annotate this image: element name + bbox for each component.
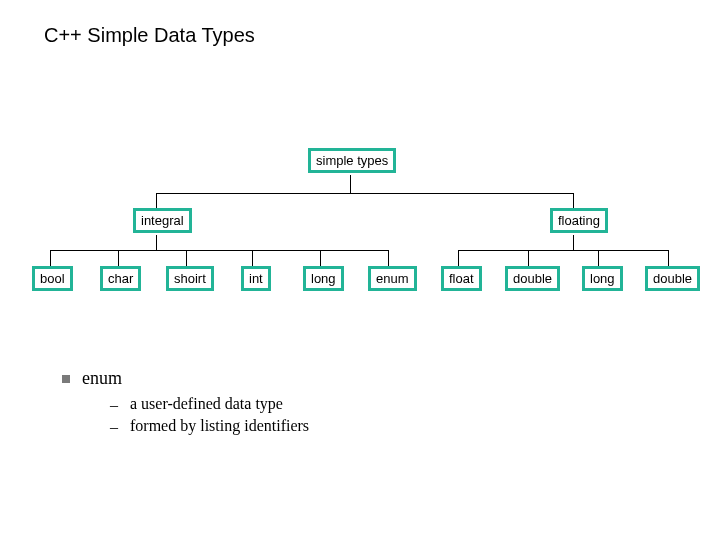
bullet-list: enum – a user-defined data type – formed… bbox=[62, 368, 309, 439]
leaf-label: int bbox=[244, 269, 268, 288]
node-leaf: long bbox=[303, 266, 344, 291]
line bbox=[528, 250, 529, 266]
leaf-label: long bbox=[306, 269, 341, 288]
leaf-label: shoirt bbox=[169, 269, 211, 288]
bullet-l1-text: enum bbox=[82, 368, 122, 389]
type-tree-diagram: simple types integral floating bool char… bbox=[28, 148, 692, 308]
leaf-label: double bbox=[508, 269, 557, 288]
dash-bullet-icon: – bbox=[110, 417, 118, 437]
leaf-label: bool bbox=[35, 269, 70, 288]
line bbox=[252, 250, 253, 266]
node-root: simple types bbox=[308, 148, 396, 173]
leaf-label: char bbox=[103, 269, 138, 288]
line bbox=[668, 250, 669, 266]
line bbox=[118, 250, 119, 266]
bullet-l1: enum bbox=[62, 368, 309, 389]
node-leaf: float bbox=[441, 266, 482, 291]
line bbox=[350, 175, 351, 193]
line bbox=[50, 250, 51, 266]
leaf-label: double bbox=[648, 269, 697, 288]
node-floating: floating bbox=[550, 208, 608, 233]
node-leaf: shoirt bbox=[166, 266, 214, 291]
line bbox=[573, 235, 574, 250]
square-bullet-icon bbox=[62, 375, 70, 383]
bullet-l2-text: a user-defined data type bbox=[130, 395, 283, 413]
line bbox=[458, 250, 668, 251]
line bbox=[156, 193, 157, 208]
leaf-label: long bbox=[585, 269, 620, 288]
node-leaf: int bbox=[241, 266, 271, 291]
dash-bullet-icon: – bbox=[110, 395, 118, 415]
node-leaf: long bbox=[582, 266, 623, 291]
node-leaf: char bbox=[100, 266, 141, 291]
line bbox=[458, 250, 459, 266]
bullet-l2-text: formed by listing identifiers bbox=[130, 417, 309, 435]
bullet-l2-item: – a user-defined data type bbox=[110, 395, 309, 415]
line bbox=[156, 193, 574, 194]
node-root-label: simple types bbox=[311, 151, 393, 170]
line bbox=[388, 250, 389, 266]
line bbox=[50, 250, 388, 251]
node-floating-label: floating bbox=[553, 211, 605, 230]
slide-title: C++ Simple Data Types bbox=[44, 24, 255, 47]
line bbox=[186, 250, 187, 266]
bullet-l2-item: – formed by listing identifiers bbox=[110, 417, 309, 437]
bullet-l2-group: – a user-defined data type – formed by l… bbox=[110, 395, 309, 437]
node-leaf: enum bbox=[368, 266, 417, 291]
node-integral: integral bbox=[133, 208, 192, 233]
line bbox=[156, 235, 157, 250]
node-integral-label: integral bbox=[136, 211, 189, 230]
node-leaf: double bbox=[645, 266, 700, 291]
leaf-label: enum bbox=[371, 269, 414, 288]
line bbox=[320, 250, 321, 266]
node-leaf: double bbox=[505, 266, 560, 291]
line bbox=[573, 193, 574, 208]
leaf-label: float bbox=[444, 269, 479, 288]
node-leaf: bool bbox=[32, 266, 73, 291]
line bbox=[598, 250, 599, 266]
